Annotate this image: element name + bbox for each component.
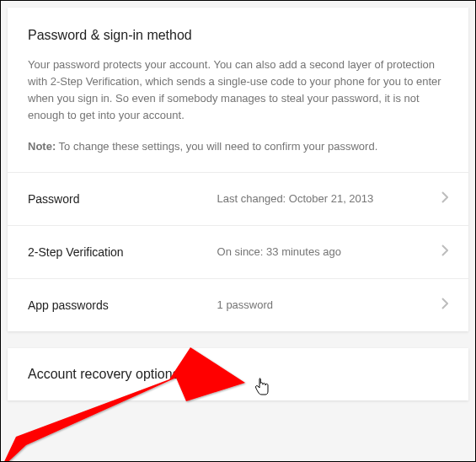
password-status: Last changed: October 21, 2013 bbox=[217, 192, 441, 205]
recovery-card: Account recovery options bbox=[8, 348, 468, 400]
section-description: Your password protects your account. You… bbox=[28, 56, 448, 125]
note-text: To change these settings, you will need … bbox=[56, 140, 377, 153]
signin-card: Password & sign-in method Your password … bbox=[8, 8, 468, 331]
app-passwords-status: 1 password bbox=[217, 298, 441, 311]
two-step-label: 2-Step Verification bbox=[28, 245, 217, 259]
chevron-right-icon bbox=[441, 298, 448, 313]
note-label: Note: bbox=[28, 140, 56, 153]
two-step-row[interactable]: 2-Step Verification On since: 33 minutes… bbox=[8, 225, 468, 278]
section-title: Password & sign-in method bbox=[28, 28, 448, 43]
password-row[interactable]: Password Last changed: October 21, 2013 bbox=[8, 172, 468, 225]
card-header: Password & sign-in method Your password … bbox=[8, 8, 468, 172]
recovery-title: Account recovery options bbox=[28, 367, 179, 381]
chevron-right-icon bbox=[441, 191, 448, 207]
chevron-right-icon bbox=[441, 244, 448, 260]
two-step-status: On since: 33 minutes ago bbox=[217, 245, 441, 258]
password-label: Password bbox=[28, 192, 217, 206]
app-passwords-row[interactable]: App passwords 1 password bbox=[8, 278, 468, 331]
app-passwords-label: App passwords bbox=[28, 298, 217, 312]
section-note: Note: To change these settings, you will… bbox=[28, 138, 448, 155]
